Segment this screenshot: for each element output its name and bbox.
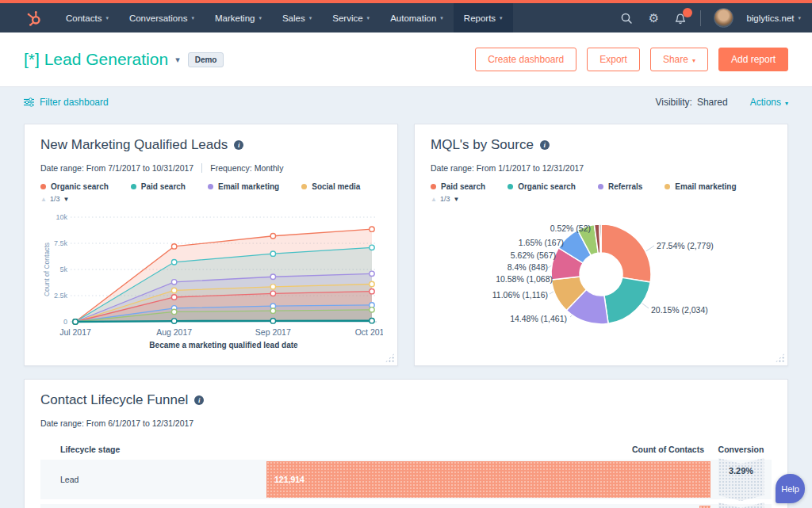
card-title: MQL's by Source [431, 137, 772, 153]
filter-dashboard-link[interactable]: Filter dashboard [24, 97, 109, 108]
legend-dot [508, 184, 513, 189]
create-dashboard-button[interactable]: Create dashboard [475, 48, 576, 71]
card-new-mql: New Marketing Qualified Leads Date range… [24, 124, 398, 366]
svg-text:2.5k: 2.5k [54, 292, 68, 300]
area-chart[interactable]: 02.5k5k7.5k10kJul 2017Aug 2017Sep 2017Oc… [40, 203, 383, 355]
export-button[interactable]: Export [587, 48, 640, 71]
card-title: Contact Lifecycle Funnel [40, 392, 772, 408]
main-nav: Contacts Conversations Marketing Sales S… [0, 3, 812, 32]
visibility-status: Visibility:Shared [655, 97, 727, 108]
legend-dot [665, 184, 670, 189]
pie-slice-label: 11.06% (1,116) [421, 290, 548, 300]
share-button[interactable]: Share▾ [650, 48, 708, 71]
pager-down-icon[interactable]: ▼ [63, 196, 69, 203]
nav-item-reports[interactable]: Reports [454, 3, 513, 32]
card-mql-by-source: MQL's by Source Date range: From 1/1/201… [414, 124, 788, 366]
nav-item-sales[interactable]: Sales [272, 3, 322, 32]
pie-slice-label: 8.4% (848) [421, 262, 548, 272]
conversion-badge: 3.29% [718, 458, 764, 501]
svg-text:5k: 5k [59, 265, 67, 273]
pager-up-icon[interactable]: ▲ [40, 196, 47, 203]
actions-menu[interactable]: Actions [750, 97, 788, 108]
card-contact-lifecycle-funnel: Contact Lifecycle Funnel Date range: Fro… [24, 379, 788, 508]
nav-item-conversations[interactable]: Conversations [119, 3, 205, 32]
svg-text:10k: 10k [56, 213, 67, 221]
chart-legend: Paid search Organic search Referrals Ema… [431, 182, 772, 191]
pie-slice-label: 14.48% (1,461) [440, 314, 567, 323]
legend-item[interactable]: Organic search [40, 182, 109, 191]
info-icon[interactable] [194, 395, 204, 405]
funnel-bar[interactable]: 121,914 [266, 461, 710, 498]
pie-slice-label: 10.58% (1,068) [426, 274, 553, 284]
funnel-row-lead[interactable]: Lead 121,914 3.29% [40, 460, 772, 499]
column-header-lifecycle-stage: Lifecycle stage [40, 445, 266, 454]
user-avatar[interactable] [714, 8, 733, 28]
svg-text:Aug 2017: Aug 2017 [156, 327, 192, 337]
chevron-down-icon: ▾ [692, 57, 695, 64]
add-report-button[interactable]: Add report [718, 48, 788, 71]
card-title: New Marketing Qualified Leads [40, 137, 381, 153]
legend-dot [40, 184, 46, 189]
svg-text:Sep 2017: Sep 2017 [255, 327, 291, 337]
card-meta: Date range: From 1/1/2017 to 12/31/2017 [431, 163, 772, 173]
pie-slice-label: 1.65% (167) [437, 238, 564, 247]
notification-badge [683, 8, 692, 17]
funnel-table-header: Lifecycle stage Count of Contacts Conver… [40, 439, 772, 460]
legend-dot [208, 184, 213, 189]
svg-text:Became a marketing qualified l: Became a marketing qualified lead date [149, 341, 298, 349]
svg-text:7.5k: 7.5k [54, 239, 68, 247]
filter-sliders-icon [24, 97, 34, 107]
pie-slice-label: 27.54% (2,779) [657, 241, 714, 250]
demo-badge: Demo [188, 52, 224, 67]
title-dropdown-caret-icon[interactable]: ▾ [175, 55, 180, 65]
account-menu[interactable]: biglytics.net [746, 13, 801, 23]
legend-pager: ▲ 1/3 ▼ [40, 195, 381, 203]
notifications-bell-icon[interactable] [673, 11, 688, 25]
dashboard-header: [*] Lead Generation ▾ Demo Create dashbo… [0, 32, 812, 87]
card-meta: Date range: From 6/1/2017 to 12/31/2017 [40, 418, 772, 428]
nav-divider [700, 10, 701, 26]
legend-dot [598, 184, 603, 189]
svg-text:Jul 2017: Jul 2017 [59, 327, 91, 337]
info-icon[interactable] [540, 140, 550, 150]
stage-label: Lead [40, 475, 266, 484]
nav-item-contacts[interactable]: Contacts [56, 3, 119, 32]
search-icon[interactable] [619, 11, 634, 25]
nav-menu: Contacts Conversations Marketing Sales S… [56, 3, 513, 32]
chart-legend: Organic search Paid search Email marketi… [40, 182, 381, 191]
legend-item[interactable]: Social media [301, 182, 360, 191]
legend-item[interactable]: Email marketing [665, 182, 736, 191]
legend-item[interactable]: Referrals [598, 182, 642, 191]
legend-item[interactable]: Paid search [131, 182, 186, 191]
help-button[interactable]: Help [776, 474, 805, 503]
legend-item[interactable]: Paid search [431, 182, 485, 191]
column-header-conversion: Conversion [710, 445, 772, 454]
legend-dot [131, 184, 136, 189]
hubspot-logo-icon[interactable] [25, 10, 43, 27]
dashboard-toolbar: Filter dashboard Visibility:Shared Actio… [0, 87, 812, 117]
page-title: [*] Lead Generation [24, 50, 168, 69]
nav-item-marketing[interactable]: Marketing [205, 3, 272, 32]
legend-dot [301, 184, 307, 189]
svg-text:Oct 2017: Oct 2017 [355, 327, 383, 337]
pie-slice-label: 20.15% (2,034) [651, 305, 708, 315]
nav-item-automation[interactable]: Automation [380, 3, 454, 32]
legend-dot [431, 184, 436, 189]
legend-item[interactable]: Email marketing [208, 182, 279, 191]
bar-value: 121,914 [274, 475, 304, 484]
conversion-badge: 41.27% [718, 502, 764, 508]
pie-slice-label: 5.62% (567) [429, 250, 556, 260]
card-meta: Date range: From 7/1/2017 to 10/31/2017 … [40, 163, 381, 173]
settings-gear-icon[interactable]: ⚙ [646, 11, 661, 25]
svg-text:Count of Contacts: Count of Contacts [43, 243, 51, 296]
donut-chart[interactable]: 27.54% (2,779) 20.15% (2,034) 14.48% (1,… [415, 201, 787, 365]
legend-item[interactable]: Organic search [508, 182, 576, 191]
funnel-row-partial[interactable]: 41.27% [40, 504, 772, 508]
column-header-count: Count of Contacts [266, 445, 710, 454]
pie-slice-label: 0.52% (52) [464, 223, 591, 233]
nav-item-service[interactable]: Service [322, 3, 380, 32]
svg-text:0: 0 [63, 318, 67, 326]
info-icon[interactable] [234, 140, 243, 150]
